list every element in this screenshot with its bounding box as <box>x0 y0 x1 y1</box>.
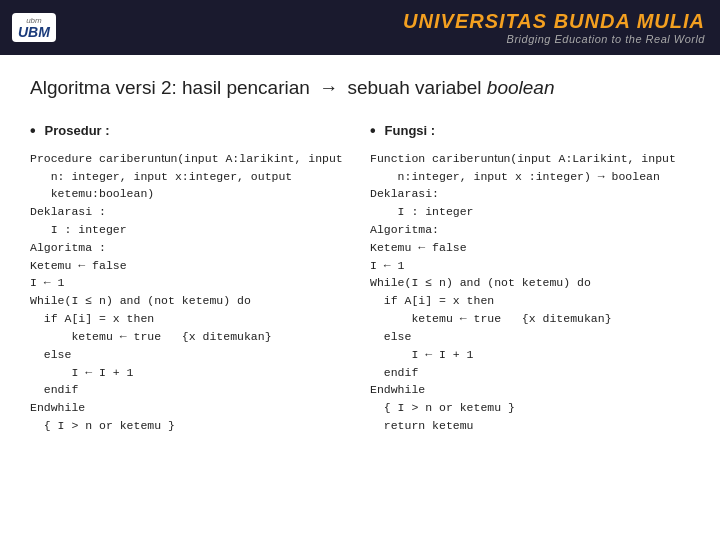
fungsi-header: • Fungsi : <box>370 119 690 144</box>
logo-box: ubm UBM <box>12 13 56 42</box>
prosedur-header: • Prosedur : <box>30 119 350 144</box>
title-suffix: sebuah variabel <box>347 77 481 98</box>
title-arrow: → <box>319 77 338 99</box>
prosedur-label: Prosedur : <box>45 121 110 141</box>
main-content: Algoritma versi 2: hasil pencarian → seb… <box>0 55 720 450</box>
prosedur-column: • Prosedur : Procedure cariberuntun(inpu… <box>30 119 350 435</box>
university-tagline: Bridging Education to the Real World <box>507 33 705 45</box>
fungsi-label: Fungsi : <box>385 121 436 141</box>
page-title: Algoritma versi 2: hasil pencarian → seb… <box>30 77 690 99</box>
fungsi-code: Function cariberuntun(input A:Larikint, … <box>370 150 690 435</box>
prosedur-bullet: • <box>30 119 36 144</box>
prosedur-code: Procedure cariberuntun(input A:larikint,… <box>30 150 350 435</box>
title-prefix: Algoritma versi 2: hasil pencarian <box>30 77 310 98</box>
logo-main: UBM <box>18 25 50 39</box>
columns-container: • Prosedur : Procedure cariberuntun(inpu… <box>30 119 690 435</box>
header-bar: ubm UBM UNIVERSITAS BUNDA MULIA Bridging… <box>0 0 720 55</box>
logo-area: ubm UBM <box>12 13 56 42</box>
fungsi-bullet: • <box>370 119 376 144</box>
university-title: UNIVERSITAS BUNDA MULIA <box>403 10 705 33</box>
fungsi-column: • Fungsi : Function cariberuntun(input A… <box>370 119 690 435</box>
title-italic: boolean <box>487 77 555 98</box>
university-name-area: UNIVERSITAS BUNDA MULIA Bridging Educati… <box>403 0 705 55</box>
